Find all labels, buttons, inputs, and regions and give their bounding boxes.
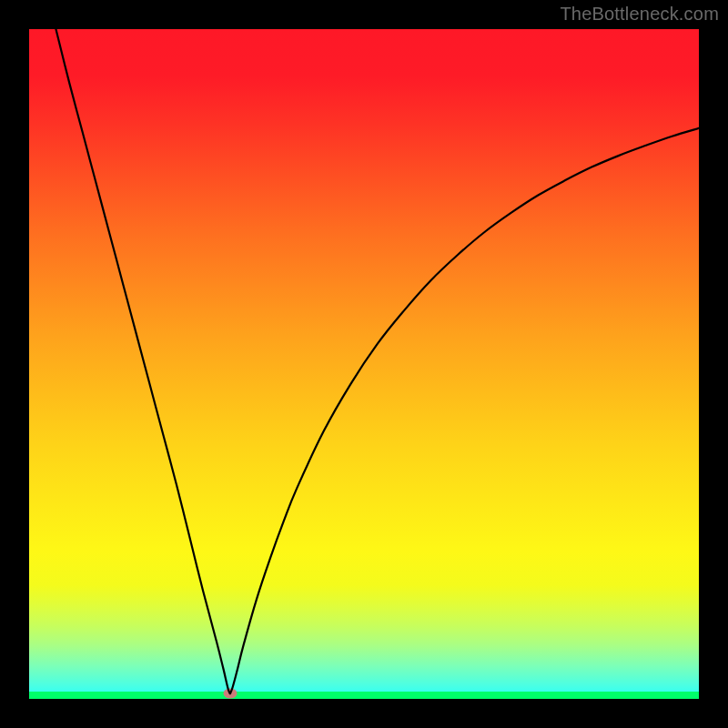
- bottleneck-curve-svg: [29, 29, 699, 699]
- watermark-text: TheBottleneck.com: [560, 4, 719, 25]
- bottleneck-curve-path: [56, 29, 699, 693]
- chart-frame: TheBottleneck.com: [0, 0, 728, 728]
